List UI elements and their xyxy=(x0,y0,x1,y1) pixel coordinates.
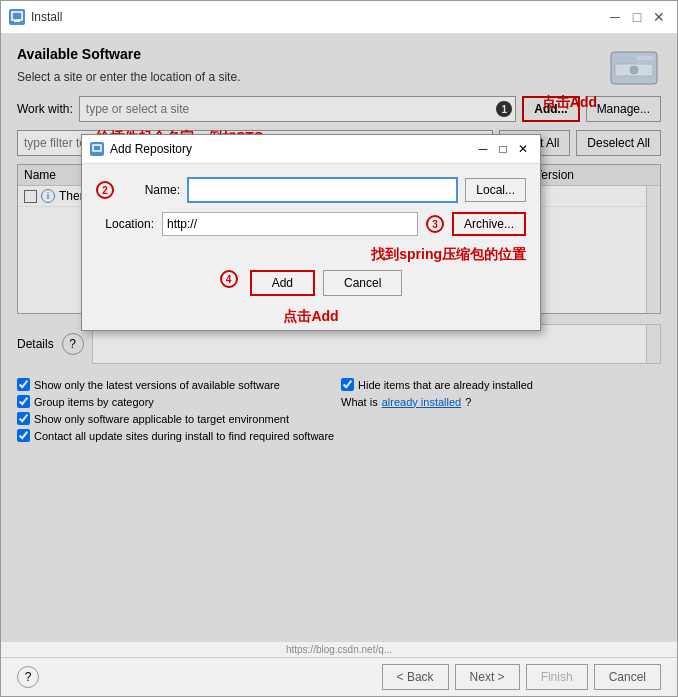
annotation-click-add-2: 点击Add xyxy=(82,308,540,330)
name-input[interactable] xyxy=(188,178,457,202)
dialog-body: 2 Name: Local... Location: 3 Archive... xyxy=(82,164,540,246)
archive-button[interactable]: Archive... xyxy=(452,212,526,236)
close-button[interactable]: ✕ xyxy=(649,7,669,27)
local-button[interactable]: Local... xyxy=(465,178,526,202)
finish-button[interactable]: Finish xyxy=(526,664,588,690)
bottom-help-button[interactable]: ? xyxy=(17,666,39,688)
dialog-overlay: 给插件起个名字，例如STS Add Repository ─ □ ✕ xyxy=(1,34,677,642)
maximize-button[interactable]: □ xyxy=(627,7,647,27)
minimize-button[interactable]: ─ xyxy=(605,7,625,27)
dialog-title-bar: Add Repository ─ □ ✕ xyxy=(82,135,540,164)
url-text: https://blog.csdn.net/q... xyxy=(286,644,392,655)
dialog-minimize-button[interactable]: ─ xyxy=(474,140,492,158)
bottom-bar: ? < Back Next > Finish Cancel xyxy=(1,657,677,696)
back-button[interactable]: < Back xyxy=(382,664,449,690)
badge-4: 4 xyxy=(220,270,238,288)
svg-rect-0 xyxy=(12,12,22,20)
name-label: Name: xyxy=(122,183,180,197)
dialog-close-button[interactable]: ✕ xyxy=(514,140,532,158)
next-button[interactable]: Next > xyxy=(455,664,520,690)
url-bar: https://blog.csdn.net/q... xyxy=(1,642,677,657)
cancel-button[interactable]: Cancel xyxy=(594,664,661,690)
location-input[interactable] xyxy=(162,212,418,236)
dialog-title: Add Repository xyxy=(110,142,468,156)
badge-3: 3 xyxy=(426,215,444,233)
dialog-add-button[interactable]: Add xyxy=(250,270,315,296)
location-label: Location: xyxy=(96,217,154,231)
app-icon xyxy=(9,9,25,25)
dialog-footer: 4 Add Cancel xyxy=(82,264,540,308)
main-content: Available Software Select a site or ente… xyxy=(1,34,677,642)
badge-2: 2 xyxy=(96,181,114,199)
dialog-maximize-button[interactable]: □ xyxy=(494,140,512,158)
main-window: Install ─ □ ✕ Available Software Select … xyxy=(0,0,678,697)
annotation-find-spring: 找到spring压缩包的位置 xyxy=(82,246,540,264)
location-input-wrapper xyxy=(162,212,418,236)
svg-rect-7 xyxy=(93,145,101,151)
add-repository-dialog: Add Repository ─ □ ✕ 2 Name: Local... xyxy=(81,134,541,331)
bottom-nav: < Back Next > Finish Cancel xyxy=(39,664,661,690)
title-bar: Install ─ □ ✕ xyxy=(1,1,677,34)
dialog-cancel-button[interactable]: Cancel xyxy=(323,270,402,296)
svg-rect-1 xyxy=(14,20,20,22)
location-field-row: Location: 3 Archive... xyxy=(96,212,526,236)
dialog-controls: ─ □ ✕ xyxy=(474,140,532,158)
dialog-icon xyxy=(90,142,104,156)
title-bar-controls: ─ □ ✕ xyxy=(605,7,669,27)
window-title: Install xyxy=(31,10,599,24)
name-field-row: 2 Name: Local... xyxy=(96,178,526,202)
